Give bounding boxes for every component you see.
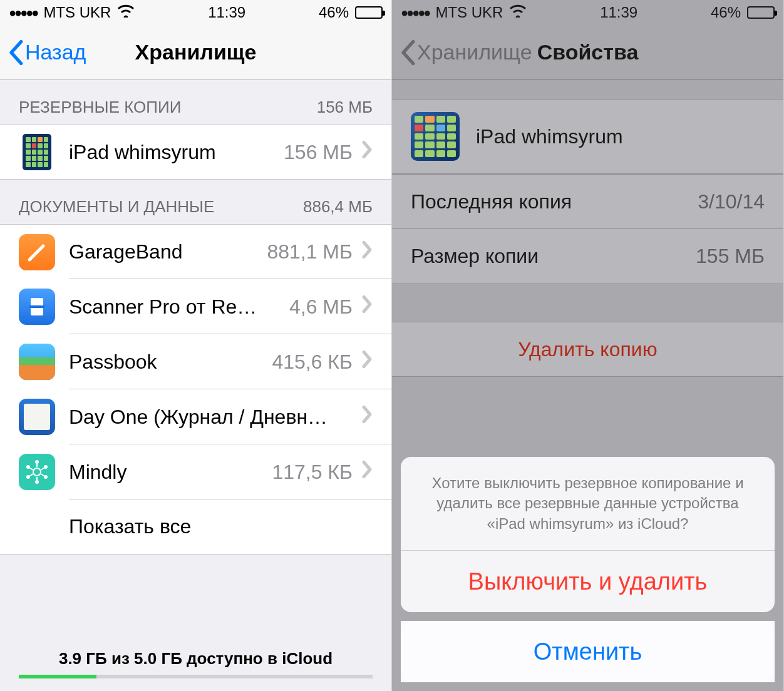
- action-sheet-message: Хотите выключить резервное копирование и…: [401, 457, 775, 551]
- svg-point-8: [44, 475, 48, 479]
- action-sheet: Хотите выключить резервное копирование и…: [392, 448, 783, 691]
- chevron-right-icon: [361, 140, 373, 164]
- ipad-icon: [19, 134, 55, 170]
- footer-storage-text: 3.9 ГБ из 5.0 ГБ доступно в iCloud: [0, 649, 391, 668]
- chevron-right-icon: [361, 350, 373, 374]
- confirm-delete-button[interactable]: Выключить и удалить: [401, 551, 775, 612]
- app-size: 881,1 МБ: [267, 240, 353, 264]
- app-row-garageband[interactable]: GarageBand 881,1 МБ: [0, 224, 391, 279]
- cancel-label: Отменить: [534, 638, 642, 665]
- app-list: GarageBand 881,1 МБ Scanner Pro от Re… 4…: [0, 224, 391, 555]
- app-name: Mindly: [69, 461, 272, 484]
- passbook-icon: [19, 344, 55, 380]
- footer: 3.9 ГБ из 5.0 ГБ доступно в iCloud: [0, 649, 391, 691]
- section-header-docs: ДОКУМЕНТЫ И ДАННЫЕ 886,4 МБ: [0, 180, 391, 224]
- storage-bar: [19, 675, 373, 678]
- back-label: Хранилище: [417, 40, 532, 64]
- svg-point-6: [44, 465, 48, 469]
- chevron-right-icon: [361, 405, 373, 429]
- app-size: 117,5 КБ: [272, 461, 353, 484]
- clock-label: 11:39: [208, 4, 245, 21]
- back-label: Назад: [25, 40, 86, 64]
- app-name: Scanner Pro от Re…: [69, 295, 289, 319]
- device-name-label: iPad whimsyrum: [476, 125, 623, 148]
- signal-dots-icon: ●●●●●: [401, 6, 429, 20]
- device-row[interactable]: iPad whimsyrum: [392, 99, 783, 174]
- confirm-delete-label: Выключить и удалить: [468, 568, 708, 595]
- app-row-passbook[interactable]: Passbook 415,6 КБ: [0, 334, 391, 389]
- section-docs-total: 886,4 МБ: [303, 197, 373, 217]
- svg-point-4: [35, 480, 39, 484]
- status-bar: ●●●●● MTS UKR 11:39 46%: [392, 0, 783, 25]
- backup-size-value: 155 МБ: [696, 245, 765, 268]
- app-size: 415,6 КБ: [272, 351, 353, 374]
- status-bar: ●●●●● MTS UKR 11:39 46%: [0, 0, 391, 25]
- wifi-icon: [117, 4, 135, 21]
- carrier-label: MTS UKR: [43, 4, 111, 21]
- app-name: Passbook: [69, 351, 272, 374]
- section-backups-total: 156 МБ: [317, 98, 373, 117]
- scanner-icon: [19, 289, 55, 325]
- app-name: Day One (Журнал / Дневн…: [69, 406, 353, 429]
- cancel-button[interactable]: Отменить: [401, 621, 775, 682]
- chevron-right-icon: [361, 295, 373, 319]
- dayone-icon: [19, 399, 55, 435]
- battery-pct-label: 46%: [711, 4, 741, 21]
- show-all-row[interactable]: Показать все: [0, 499, 391, 555]
- delete-backup-label: Удалить копию: [518, 338, 657, 361]
- section-header-backups: РЕЗЕРВНЫЕ КОПИИ 156 МБ: [0, 80, 391, 125]
- backup-device-size: 156 МБ: [284, 141, 353, 164]
- clock-label: 11:39: [600, 4, 637, 21]
- svg-point-5: [26, 465, 30, 469]
- device-ipad-icon: [411, 112, 460, 161]
- action-sheet-cancel-group: Отменить: [401, 621, 775, 682]
- action-sheet-group: Хотите выключить резервное копирование и…: [401, 457, 775, 612]
- wifi-icon: [509, 4, 527, 21]
- back-button[interactable]: Назад: [0, 39, 86, 66]
- last-backup-row: Последняя копия 3/10/14: [392, 174, 783, 229]
- svg-rect-1: [29, 305, 44, 308]
- show-all-label: Показать все: [69, 515, 373, 538]
- app-row-dayone[interactable]: Day One (Журнал / Дневн…: [0, 389, 391, 444]
- app-name: GarageBand: [69, 240, 267, 264]
- svg-point-3: [35, 460, 39, 464]
- screen-storage: ●●●●● MTS UKR 11:39 46% Назад Хранилище …: [0, 0, 392, 691]
- app-row-scanner[interactable]: Scanner Pro от Re… 4,6 МБ: [0, 279, 391, 334]
- last-backup-label: Последняя копия: [411, 190, 572, 213]
- nav-bar: Назад Хранилище: [0, 25, 391, 80]
- carrier-label: MTS UKR: [435, 4, 503, 21]
- mindly-icon: [19, 454, 55, 490]
- chevron-right-icon: [361, 240, 373, 264]
- screen-properties: ●●●●● MTS UKR 11:39 46% Хранилище Свойст…: [392, 0, 784, 691]
- backup-size-label: Размер копии: [411, 245, 539, 268]
- section-backups-label: РЕЗЕРВНЫЕ КОПИИ: [19, 98, 181, 117]
- backup-size-row: Размер копии 155 МБ: [392, 229, 783, 284]
- section-docs-label: ДОКУМЕНТЫ И ДАННЫЕ: [19, 197, 214, 217]
- garageband-icon: [19, 234, 55, 270]
- app-size: 4,6 МБ: [289, 295, 353, 319]
- nav-bar: Хранилище Свойства: [392, 25, 783, 80]
- battery-icon: [355, 6, 383, 19]
- last-backup-value: 3/10/14: [698, 190, 765, 213]
- delete-backup-button[interactable]: Удалить копию: [392, 322, 783, 377]
- back-button[interactable]: Хранилище: [392, 39, 532, 66]
- svg-point-2: [33, 468, 41, 476]
- battery-icon: [747, 6, 775, 19]
- app-row-mindly[interactable]: Mindly 117,5 КБ: [0, 444, 391, 499]
- chevron-right-icon: [361, 460, 373, 484]
- svg-point-7: [26, 475, 30, 479]
- signal-dots-icon: ●●●●●: [9, 6, 37, 20]
- backup-device-name: iPad whimsyrum: [69, 141, 284, 164]
- battery-pct-label: 46%: [319, 4, 349, 21]
- backup-row-ipad[interactable]: iPad whimsyrum 156 МБ: [0, 125, 391, 180]
